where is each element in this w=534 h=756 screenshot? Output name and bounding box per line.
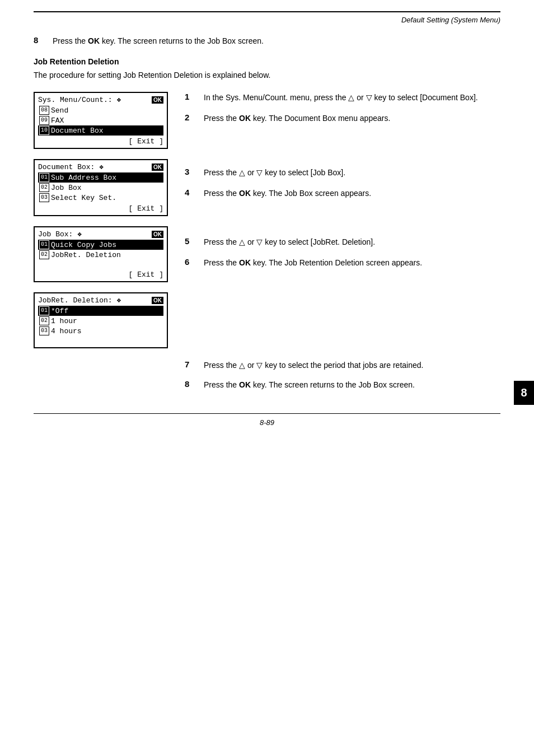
step6-text2: key. The Job Retention Deletion screen a… (251, 258, 422, 267)
step2: 2 Press the OK key. The Document Box men… (185, 113, 500, 124)
screen2-row1-highlighted: 01Sub Address Box (38, 172, 163, 183)
step8-top-text2: key. The screen returns to the Job Box s… (100, 36, 264, 45)
step3-number: 3 (185, 167, 198, 176)
screen2-num3: 03 (39, 193, 49, 202)
screen4-row1-highlighted: 01*Off (38, 306, 163, 316)
section-description: The procedure for setting Job Retention … (34, 71, 500, 80)
screen3-row1-highlighted: 01Quick Copy Jobs (38, 240, 163, 250)
screen4-num3: 03 (39, 326, 49, 335)
screen3-num1: 01 (39, 240, 49, 249)
screen1-exit: [ Exit ] (38, 137, 163, 146)
step5-number: 5 (185, 236, 198, 246)
step6: 6 Press the OK key. The Job Retention De… (185, 257, 500, 269)
step4-number: 4 (185, 188, 198, 197)
footer: 8-89 (34, 413, 500, 427)
header-line (34, 11, 500, 12)
step2-number: 2 (185, 113, 198, 122)
step7-number: 7 (185, 360, 198, 369)
screen4-num2: 02 (39, 316, 49, 325)
screen1-title: Sys. Menu/Count.: ❖ (38, 95, 121, 104)
screen3: Job Box: ❖ OK 01Quick Copy Jobs 02JobRet… (34, 226, 168, 282)
step8-bottom: 8 Press the OK key. The screen returns t… (185, 379, 500, 391)
step8-top-text: Press the OK key. The screen returns to … (53, 35, 264, 47)
step1-text: In the Sys. Menu/Count. menu, press the … (204, 92, 478, 104)
step8-top-number: 8 (34, 35, 47, 45)
screen1: Sys. Menu/Count.: ❖ OK 08Send 09FAX 10Do… (34, 92, 168, 149)
step2-text: Press the OK key. The Document Box menu … (204, 113, 390, 124)
step6-number: 6 (185, 257, 198, 267)
screen4-ok: OK (152, 297, 163, 304)
screen4-num1: 01 (39, 306, 49, 315)
step8-top-bold: OK (88, 36, 100, 45)
screen2-row3: 03Select Key Set. (38, 193, 163, 203)
section-title: Job Retention Deletion (34, 57, 500, 66)
screen2-title-row: Document Box: ❖ OK (38, 162, 163, 171)
step2-bold: OK (239, 114, 251, 123)
step4: 4 Press the OK key. The Job Box screen a… (185, 188, 500, 199)
step8-bottom-text2: key. The screen returns to the Job Box s… (251, 380, 415, 389)
screen3-title-row: Job Box: ❖ OK (38, 230, 163, 239)
screen1-title-row: Sys. Menu/Count.: ❖ OK (38, 95, 163, 104)
main-layout: Sys. Menu/Count.: ❖ OK 08Send 09FAX 10Do… (34, 92, 500, 348)
screen2: Document Box: ❖ OK 01Sub Address Box 02J… (34, 159, 168, 216)
screen1-num1: 08 (39, 106, 49, 115)
screen2-num1: 01 (39, 173, 49, 182)
screen4-title-row: JobRet. Deletion: ❖ OK (38, 296, 163, 305)
screens-column: Sys. Menu/Count.: ❖ OK 08Send 09FAX 10Do… (34, 92, 168, 348)
step5-text: Press the △ or ▽ key to select [JobRet. … (204, 236, 375, 248)
step5: 5 Press the △ or ▽ key to select [JobRet… (185, 236, 500, 248)
step8-bottom-text: Press the OK key. The screen returns to … (204, 379, 415, 391)
step8-bottom-number: 8 (185, 379, 198, 389)
page-container: Default Setting (System Menu) 8 Press th… (0, 0, 534, 756)
screen3-exit: [ Exit ] (38, 270, 163, 279)
screen3-title: Job Box: ❖ (38, 230, 82, 239)
step7-text: Press the △ or ▽ key to select the perio… (204, 360, 423, 371)
screen1-num3: 10 (39, 126, 49, 135)
screen3-ok: OK (152, 231, 163, 238)
page-badge: 8 (514, 381, 534, 405)
screen1-num2: 09 (39, 116, 49, 125)
screen3-row2: 02JobRet. Deletion (38, 250, 163, 260)
step6-text: Press the OK key. The Job Retention Dele… (204, 257, 422, 269)
screen4-row3: 034 hours (38, 326, 163, 336)
screen1-ok: OK (152, 96, 163, 104)
screen2-row2: 02Job Box (38, 183, 163, 193)
screen2-exit: [ Exit ] (38, 204, 163, 213)
step6-bold: OK (239, 258, 251, 267)
step7: 7 Press the △ or ▽ key to select the per… (185, 360, 500, 371)
step3-text: Press the △ or ▽ key to select [Job Box]… (204, 167, 345, 179)
step8-bottom-bold: OK (239, 380, 251, 389)
screen2-title: Document Box: ❖ (38, 162, 104, 171)
bottom-steps: 7 Press the △ or ▽ key to select the per… (185, 360, 500, 391)
screen1-row3-highlighted: 10Document Box (38, 125, 163, 136)
step4-text2: key. The Job Box screen appears. (251, 189, 371, 198)
step1: 1 In the Sys. Menu/Count. menu, press th… (185, 92, 500, 104)
screen1-row2: 09FAX (38, 115, 163, 125)
footer-page: 8-89 (260, 418, 274, 427)
step4-bold: OK (239, 189, 251, 198)
screen2-num2: 02 (39, 183, 49, 192)
step2-text2: key. The Document Box menu appears. (251, 114, 390, 123)
screen4-row2: 021 hour (38, 316, 163, 326)
screen2-ok: OK (152, 164, 163, 171)
step3: 3 Press the △ or ▽ key to select [Job Bo… (185, 167, 500, 179)
screen4-title: JobRet. Deletion: ❖ (38, 296, 121, 305)
screen4: JobRet. Deletion: ❖ OK 01*Off 021 hour 0… (34, 292, 168, 348)
step4-text: Press the OK key. The Job Box screen app… (204, 188, 371, 199)
step1-number: 1 (185, 92, 198, 101)
steps-column: 1 In the Sys. Menu/Count. menu, press th… (185, 92, 500, 348)
step8-top: 8 Press the OK key. The screen returns t… (34, 35, 500, 47)
screen3-num2: 02 (39, 250, 49, 259)
header-title: Default Setting (System Menu) (34, 16, 500, 24)
screen1-row1: 08Send (38, 105, 163, 115)
